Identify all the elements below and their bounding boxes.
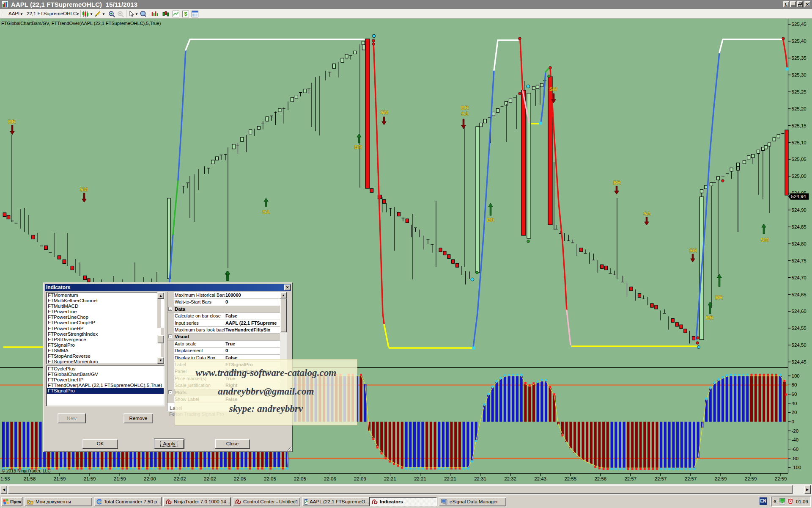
svg-text:22:06: 22:06 xyxy=(324,476,336,481)
svg-text:SM: SM xyxy=(689,248,697,254)
svg-text:SA: SA xyxy=(461,111,468,117)
svg-text:20: 20 xyxy=(792,410,797,415)
svg-text:22:56: 22:56 xyxy=(594,476,606,481)
svg-text:524,94: 524,94 xyxy=(791,194,807,199)
svg-text:22:57: 22:57 xyxy=(655,476,667,481)
svg-text:100: 100 xyxy=(792,373,800,378)
svg-text:525,00: 525,00 xyxy=(792,174,807,179)
svg-text:524,45: 524,45 xyxy=(792,359,807,364)
svg-text:524,80: 524,80 xyxy=(792,241,807,246)
svg-text:22:02: 22:02 xyxy=(204,476,216,481)
svg-text:80: 80 xyxy=(792,382,797,387)
svg-text:BR: BR xyxy=(613,180,621,186)
svg-text:22:05: 22:05 xyxy=(234,476,246,481)
svg-text:60: 60 xyxy=(792,392,797,397)
svg-text:22:02: 22:02 xyxy=(174,476,186,481)
svg-text:22:21: 22:21 xyxy=(444,476,456,481)
svg-text:0: 0 xyxy=(792,419,794,424)
svg-text:525,10: 525,10 xyxy=(792,140,807,145)
svg-text:22:05: 22:05 xyxy=(264,476,276,481)
svg-text:-100: -100 xyxy=(792,465,801,470)
svg-text:525,35: 525,35 xyxy=(792,55,807,61)
svg-text:TC: TC xyxy=(97,500,102,504)
svg-text:22:21: 22:21 xyxy=(384,476,396,481)
svg-text:22:43: 22:43 xyxy=(534,476,546,481)
svg-text:SM: SM xyxy=(549,86,557,92)
svg-text:525,15: 525,15 xyxy=(792,123,807,128)
svg-text:1:53: 1:53 xyxy=(0,476,10,481)
svg-text:BR: BR xyxy=(354,144,362,150)
svg-text:524,50: 524,50 xyxy=(792,342,807,348)
svg-text:40: 40 xyxy=(792,401,797,406)
svg-text:524,90: 524,90 xyxy=(792,207,807,213)
svg-text:525,05: 525,05 xyxy=(792,157,807,162)
svg-text:524,70: 524,70 xyxy=(792,275,807,280)
svg-text:21:59: 21:59 xyxy=(84,476,96,481)
svg-text:22:21: 22:21 xyxy=(414,476,426,481)
svg-text:BR: BR xyxy=(715,295,723,301)
svg-text:22:59: 22:59 xyxy=(715,476,727,481)
svg-text:22:05: 22:05 xyxy=(294,476,306,481)
svg-text:525,20: 525,20 xyxy=(792,106,807,111)
svg-text:-40: -40 xyxy=(792,437,799,442)
svg-text:525,25: 525,25 xyxy=(792,89,807,94)
svg-text:22:32: 22:32 xyxy=(504,476,516,481)
svg-text:525,30: 525,30 xyxy=(792,72,807,77)
svg-text:22:31: 22:31 xyxy=(474,476,486,481)
svg-text:BR: BR xyxy=(461,105,469,111)
svg-text:22:00: 22:00 xyxy=(144,476,156,481)
svg-text:525,40: 525,40 xyxy=(792,39,807,44)
svg-text:SM: SM xyxy=(761,237,769,243)
svg-text:525,45: 525,45 xyxy=(792,22,807,27)
svg-text:21:59: 21:59 xyxy=(54,476,66,481)
svg-text:524,60: 524,60 xyxy=(792,309,807,314)
svg-text:BR: BR xyxy=(487,217,494,223)
svg-text:524,55: 524,55 xyxy=(792,326,807,331)
svg-text:524,75: 524,75 xyxy=(792,258,807,263)
svg-text:SM: SM xyxy=(381,110,389,116)
svg-text:SA: SA xyxy=(262,209,269,215)
svg-text:22:59: 22:59 xyxy=(775,476,787,481)
svg-text:BR: BR xyxy=(706,315,713,321)
svg-text:BR: BR xyxy=(8,119,16,125)
svg-text:-20: -20 xyxy=(792,428,799,433)
svg-text:22:59: 22:59 xyxy=(745,476,757,481)
svg-text:-80: -80 xyxy=(792,456,799,461)
svg-text:22:55: 22:55 xyxy=(564,476,576,481)
svg-text:21:59: 21:59 xyxy=(114,476,126,481)
svg-text:22:57: 22:57 xyxy=(685,476,697,481)
svg-text:SA: SA xyxy=(643,211,650,217)
svg-text:524,65: 524,65 xyxy=(792,292,807,297)
svg-text:SM: SM xyxy=(80,187,88,193)
svg-text:-60: -60 xyxy=(792,447,799,452)
svg-text:22:09: 22:09 xyxy=(354,476,366,481)
svg-text:$: $ xyxy=(184,11,187,17)
svg-text:21:58: 21:58 xyxy=(24,476,36,481)
svg-text:22:57: 22:57 xyxy=(624,476,636,481)
svg-text:524,85: 524,85 xyxy=(792,224,807,229)
